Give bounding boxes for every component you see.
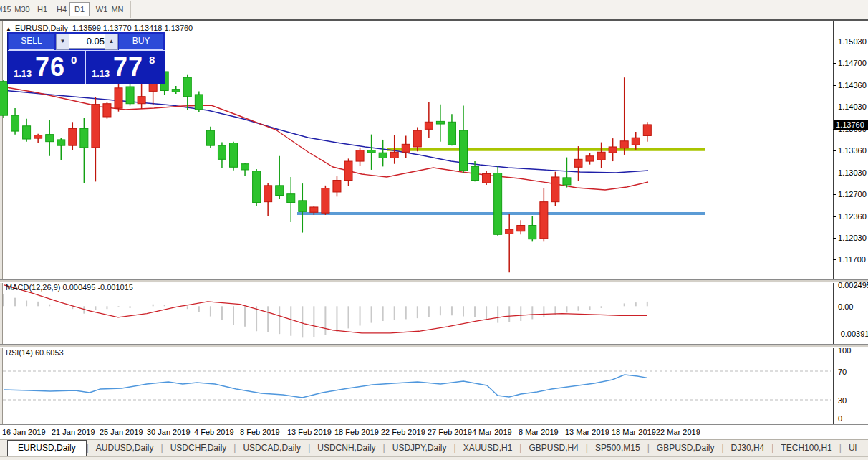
volume-increase-button[interactable]: ▲ xyxy=(105,34,118,50)
volume-decrease-button[interactable]: ▼ xyxy=(56,34,69,50)
buy-price-pip: 8 xyxy=(149,54,155,66)
candle-body xyxy=(597,152,605,160)
rsi-indicator-label: RSI(14) 60.6053 xyxy=(6,348,64,357)
candle-body xyxy=(620,141,628,148)
candle-body xyxy=(264,186,272,202)
candle-body xyxy=(344,161,352,180)
candle-body xyxy=(92,105,100,148)
buy-price-main: 77 xyxy=(113,52,143,82)
candle-body xyxy=(230,143,238,168)
sell-price-pip: 0 xyxy=(71,54,77,66)
candle-body xyxy=(563,178,571,185)
candle-body xyxy=(299,201,307,212)
candle-body xyxy=(483,173,491,183)
trade-controls-row: SELL ▼ 0.05 ▲ BUY xyxy=(8,32,165,50)
candle-body xyxy=(218,145,226,159)
candle-body xyxy=(310,207,318,212)
candle-body xyxy=(379,153,387,158)
candle-body xyxy=(402,144,410,152)
candle-body xyxy=(241,164,249,170)
candle-body xyxy=(57,140,65,145)
candle-body xyxy=(195,95,203,110)
candle-body xyxy=(322,188,329,213)
candle-body xyxy=(506,229,513,234)
candle-body xyxy=(138,97,145,104)
candle-body xyxy=(367,150,375,153)
price-display-row: 1.13 76 0 1.13 77 8 xyxy=(8,50,165,84)
volume-input[interactable]: 0.05 xyxy=(69,34,108,49)
buy-button[interactable]: BUY xyxy=(119,34,163,50)
candle-body xyxy=(287,194,295,203)
candle-body xyxy=(333,181,341,192)
sell-button[interactable]: SELL xyxy=(9,34,54,50)
sell-price-main: 76 xyxy=(35,52,65,82)
sell-price-display[interactable]: 1.13 76 0 xyxy=(8,51,86,84)
candle-body xyxy=(80,128,88,147)
candle-body xyxy=(448,122,455,145)
candle-body xyxy=(0,82,8,115)
candle-body xyxy=(643,125,651,136)
candle-body xyxy=(586,156,594,161)
trading-terminal: M15M30H1H4D1W1MN ▲EURUSD,Daily 1.13599 1… xyxy=(0,0,868,460)
candle-body xyxy=(390,152,398,158)
buy-price-display[interactable]: 1.13 77 8 xyxy=(86,51,163,84)
candle-body xyxy=(46,135,54,142)
candle-body xyxy=(172,90,180,92)
candle-body xyxy=(551,177,559,202)
candle-body xyxy=(11,115,19,131)
candle-body xyxy=(115,88,122,108)
candle-body xyxy=(413,130,421,147)
candle-body xyxy=(23,126,31,139)
candle-body xyxy=(276,186,284,196)
buy-price-prefix: 1.13 xyxy=(92,68,110,79)
candle-body xyxy=(126,87,134,104)
candle-body xyxy=(517,226,525,231)
candle-body xyxy=(356,150,364,162)
candle-body xyxy=(540,202,548,239)
candle-body xyxy=(103,104,111,117)
candle-body xyxy=(425,122,433,129)
candle-body xyxy=(529,226,536,239)
candle-body xyxy=(436,121,444,124)
rsi-line xyxy=(4,375,647,398)
candle-body xyxy=(632,138,640,145)
macd-indicator-label: MACD(12,26,9) 0.000495 -0.001015 xyxy=(6,283,133,292)
candle-body xyxy=(69,128,77,145)
candle-body xyxy=(574,159,582,167)
candle-body xyxy=(34,135,42,139)
candle-body xyxy=(183,77,191,96)
one-click-trading-widget: SELL ▼ 0.05 ▲ BUY 1.13 76 0 1.13 77 8 xyxy=(7,32,165,84)
candle-body xyxy=(494,173,502,234)
candle-body xyxy=(206,130,214,145)
candle-body xyxy=(609,147,617,153)
current-price-box: 1.13760 xyxy=(834,120,868,130)
candle-body xyxy=(471,166,479,180)
candle-body xyxy=(253,171,261,203)
sell-price-prefix: 1.13 xyxy=(14,68,32,79)
candle-body xyxy=(460,130,468,171)
